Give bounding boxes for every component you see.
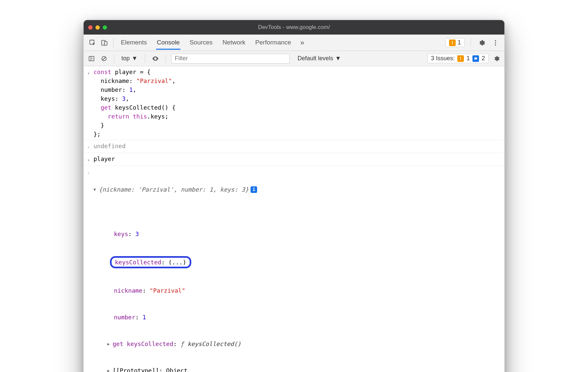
prop-key: keys [114,230,128,237]
warning-icon: ! [457,55,464,62]
clear-console-icon[interactable] [99,55,109,63]
device-toolbar-icon[interactable] [99,39,109,46]
warnings-count: 1 [458,39,461,46]
property-row-highlighted[interactable]: keysCollected: (...) [97,256,501,268]
log-levels-select[interactable]: Default levels ▼ [298,55,341,62]
separator [113,39,114,47]
console-output: const player = { nickname: "Parzival", n… [84,66,504,372]
prop-value[interactable]: (...) [169,259,186,266]
console-output-row: undefined [84,140,504,153]
inspect-element-icon[interactable] [88,39,97,46]
kebab-menu-icon[interactable] [491,38,500,48]
console-input-row[interactable]: player [84,153,504,166]
window-title: DevTools - www.google.com/ [84,24,504,31]
tab-performance[interactable]: Performance [254,36,292,50]
function-name: keysCollected() [188,340,241,347]
input-chevron-icon [84,154,94,164]
prop-key: nickname [114,287,143,294]
console-output-row: {nickname: 'Parzival', number: 1, keys: … [84,166,504,372]
separator [114,54,114,63]
console-toolbar: top ▼ Default levels ▼ 3 Issues: ! 1 2 [84,51,504,66]
warning-icon: ! [449,40,456,46]
svg-line-9 [102,57,106,60]
console-input-row[interactable]: const player = { nickname: "Parzival", n… [84,66,504,140]
svg-rect-2 [104,41,107,45]
output-chevron-icon [84,142,94,151]
chevron-down-icon: ▼ [132,55,138,62]
disclosure-triangle-icon[interactable] [107,368,113,372]
svg-point-4 [495,42,496,43]
execution-context-select[interactable]: top ▼ [120,55,140,62]
devtools-tabstrip: Elements Console Sources Network Perform… [84,35,504,51]
info-icon[interactable]: i [251,186,257,193]
prop-key: get keysCollected [113,340,173,347]
issues-button[interactable]: 3 Issues: ! 1 2 [427,54,489,63]
tab-network[interactable]: Network [222,36,246,50]
warnings-badge[interactable]: ! 1 [445,38,465,47]
tab-sources[interactable]: Sources [189,36,213,50]
prop-value: 1 [143,314,146,321]
expression: player [94,154,504,163]
code-block: const player = { nickname: "Parzival", n… [94,67,504,139]
prop-key: [[Prototype]] [113,367,159,372]
disclosure-triangle-icon[interactable] [107,341,113,347]
toggle-sidebar-icon[interactable] [87,55,96,63]
levels-label: Default levels [298,55,333,62]
property-row-prototype[interactable]: [[Prototype]]: Object [97,366,501,372]
console-settings-gear-icon[interactable] [492,54,501,63]
tab-elements[interactable]: Elements [120,36,147,50]
titlebar: DevTools - www.google.com/ [84,20,504,35]
prop-key: number [114,314,135,321]
input-chevron-icon [84,67,94,77]
issues-label: 3 Issues: [431,55,455,62]
separator [145,54,145,63]
issues-info-count: 2 [482,55,485,62]
property-row-getter[interactable]: get keysCollected: ƒ keysCollected() [97,339,501,348]
devtools-window: DevTools - www.google.com/ Elements Cons… [83,20,505,372]
panel-tabs: Elements Console Sources Network Perform… [120,36,292,50]
tab-console[interactable]: Console [156,36,180,50]
prop-value: Object [166,367,188,372]
output-chevron-icon [84,167,94,177]
separator [166,54,166,63]
svg-rect-6 [89,56,94,61]
context-label: top [121,55,130,62]
info-icon [472,55,479,62]
prop-value: "Parzival" [149,287,185,294]
chevron-down-icon: ▼ [335,55,341,62]
svg-rect-10 [474,57,477,59]
more-tabs-button[interactable]: » [300,39,304,47]
svg-point-5 [495,44,496,45]
property-row[interactable]: number: 1 [97,313,501,322]
object-preview[interactable]: {nickname: 'Parzival', number: 1, keys: … [94,167,504,372]
separator [470,39,471,47]
prop-key: keysCollected [115,259,161,266]
undefined-result: undefined [94,142,504,150]
live-expression-eye-icon[interactable] [150,54,160,63]
svg-point-3 [495,40,496,41]
prop-value: 3 [135,230,139,237]
filter-input[interactable] [171,54,290,64]
disclosure-triangle-icon[interactable] [94,187,99,193]
settings-gear-icon[interactable] [477,38,487,48]
issues-warn-count: 1 [467,55,470,62]
function-f: ƒ [180,340,184,347]
property-row[interactable]: nickname: "Parzival" [97,286,501,295]
property-row[interactable]: keys: 3 [97,229,501,238]
